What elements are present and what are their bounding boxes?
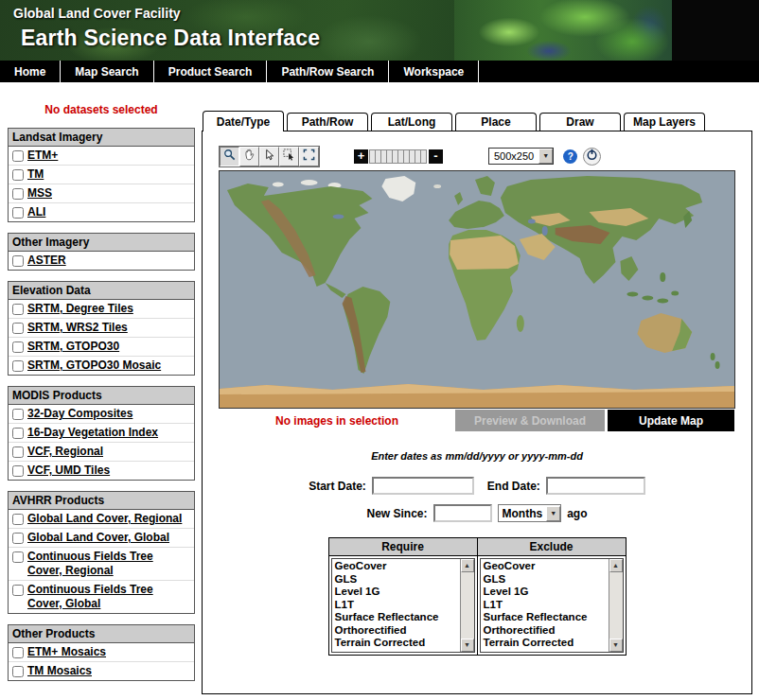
dataset-row: 32-Day Composites: [9, 405, 194, 423]
require-option[interactable]: Terrain Corrected: [332, 637, 460, 650]
scrollbar-track[interactable]: [461, 572, 474, 639]
tab-date-type[interactable]: Date/Type: [203, 111, 284, 131]
dataset-link[interactable]: MSS: [27, 186, 52, 201]
dataset-link[interactable]: VCF, Regional: [27, 445, 103, 459]
require-listbox[interactable]: GeoCover GLS Level 1G L1T Surface Reflec…: [331, 558, 475, 653]
chevron-down-icon[interactable]: ▼: [538, 149, 553, 164]
scroll-up-icon[interactable]: ▲: [461, 559, 474, 572]
dataset-link[interactable]: VCF, UMD Tiles: [27, 464, 110, 478]
dataset-link[interactable]: SRTM, GTOPO30 Mosaic: [27, 359, 161, 373]
dataset-checkbox[interactable]: [12, 514, 24, 525]
dataset-checkbox[interactable]: [12, 465, 24, 477]
dataset-checkbox[interactable]: [12, 666, 24, 677]
tab-lat-long[interactable]: Lat/Long: [371, 113, 452, 131]
pan-tool-button[interactable]: [239, 147, 259, 166]
dataset-checkbox[interactable]: [12, 341, 24, 353]
nav-item-product-search[interactable]: Product Search: [154, 61, 268, 82]
dataset-link[interactable]: SRTM, WRS2 Tiles: [27, 321, 128, 335]
chevron-down-icon[interactable]: ▼: [546, 506, 560, 521]
scrollbar-track[interactable]: [609, 572, 623, 639]
zoom-level-control: + -: [354, 149, 443, 164]
zoom-in-button[interactable]: +: [354, 149, 368, 164]
zoom-tool-button[interactable]: [220, 147, 239, 166]
nav-item-map-search[interactable]: Map Search: [61, 61, 153, 82]
dataset-checkbox[interactable]: [12, 188, 24, 200]
dataset-link[interactable]: 16-Day Vegetation Index: [27, 426, 158, 440]
zoom-out-button[interactable]: -: [429, 149, 443, 164]
dataset-link[interactable]: Continuous Fields Tree Cover, Regional: [27, 550, 183, 578]
require-option[interactable]: Surface Reflectance: [332, 611, 460, 624]
update-map-button[interactable]: Update Map: [608, 410, 734, 431]
exclude-scrollbar[interactable]: ▲ ▼: [609, 559, 623, 652]
dataset-link[interactable]: SRTM, Degree Tiles: [27, 302, 133, 316]
world-map[interactable]: [219, 170, 735, 409]
dataset-checkbox[interactable]: [12, 446, 24, 458]
pointer-tool-button[interactable]: [259, 147, 279, 166]
end-date-input[interactable]: [546, 477, 645, 495]
dataset-link[interactable]: ETM+: [27, 149, 58, 163]
exclude-option[interactable]: L1T: [481, 599, 609, 612]
tab-draw[interactable]: Draw: [539, 113, 621, 131]
section-avhrr-products: AVHRR Products Global Land Cover, Region…: [8, 491, 195, 614]
nav-item-pathrow-search[interactable]: Path/Row Search: [267, 61, 389, 82]
dataset-checkbox[interactable]: [12, 551, 24, 563]
dataset-row: SRTM, Degree Tiles: [9, 300, 194, 318]
scroll-up-icon[interactable]: ▲: [609, 559, 623, 572]
dataset-checkbox[interactable]: [12, 304, 24, 315]
exclude-option[interactable]: Level 1G: [481, 586, 609, 599]
dataset-row: ALI: [9, 202, 194, 221]
dataset-checkbox[interactable]: [12, 585, 24, 596]
dataset-checkbox[interactable]: [12, 533, 24, 544]
exclude-listbox[interactable]: GeoCover GLS Level 1G L1T Surface Reflec…: [480, 558, 624, 653]
new-since-input[interactable]: [433, 504, 492, 522]
dataset-checkbox[interactable]: [12, 647, 24, 658]
full-extent-tool-button[interactable]: [299, 147, 319, 166]
dataset-checkbox[interactable]: [12, 323, 24, 334]
dataset-checkbox[interactable]: [12, 428, 24, 439]
exclude-option[interactable]: GLS: [481, 573, 609, 586]
start-date-input[interactable]: [372, 477, 474, 495]
dataset-checkbox[interactable]: [12, 169, 24, 181]
dataset-link[interactable]: TM: [27, 167, 44, 182]
exclude-option[interactable]: GeoCover: [481, 560, 609, 573]
tab-map-layers[interactable]: Map Layers: [624, 113, 705, 131]
dataset-checkbox[interactable]: [12, 255, 24, 267]
dataset-link[interactable]: Global Land Cover, Regional: [27, 512, 182, 526]
dataset-link[interactable]: 32-Day Composites: [27, 407, 132, 421]
require-option[interactable]: Level 1G: [332, 586, 460, 599]
tab-path-row[interactable]: Path/Row: [287, 113, 368, 131]
power-button[interactable]: [583, 148, 601, 166]
require-scrollbar[interactable]: ▲ ▼: [460, 559, 474, 652]
require-option[interactable]: GLS: [332, 573, 460, 586]
exclude-option[interactable]: Orthorectified: [481, 624, 609, 638]
dataset-checkbox[interactable]: [12, 409, 24, 420]
exclude-option[interactable]: Surface Reflectance: [481, 611, 609, 624]
dataset-link[interactable]: TM Mosaics: [27, 664, 92, 678]
select-tool-button[interactable]: [279, 147, 299, 166]
dataset-link[interactable]: ETM+ Mosaics: [27, 645, 106, 659]
exclude-header: Exclude: [477, 538, 626, 556]
dataset-checkbox[interactable]: [12, 360, 24, 372]
nav-item-home[interactable]: Home: [0, 61, 61, 82]
exclude-option[interactable]: Terrain Corrected: [481, 637, 609, 650]
dataset-checkbox[interactable]: [12, 207, 24, 219]
require-option[interactable]: L1T: [332, 599, 460, 612]
map-size-select[interactable]: 500x250 ▼: [488, 148, 554, 165]
tab-place[interactable]: Place: [455, 113, 537, 131]
dataset-row: Global Land Cover, Regional: [9, 510, 194, 528]
dataset-checkbox[interactable]: [12, 150, 24, 162]
require-option[interactable]: Orthorectified: [332, 624, 460, 638]
time-unit-select[interactable]: Months ▼: [498, 504, 562, 522]
dataset-link[interactable]: ASTER: [27, 254, 66, 268]
preview-download-button[interactable]: Preview & Download: [455, 410, 605, 431]
dataset-link[interactable]: Continuous Fields Tree Cover, Global: [27, 583, 183, 611]
scroll-down-icon[interactable]: ▼: [609, 639, 623, 652]
zoom-level-bar[interactable]: [420, 149, 427, 164]
nav-item-workspace[interactable]: Workspace: [389, 61, 479, 82]
dataset-link[interactable]: SRTM, GTOPO30: [27, 340, 119, 354]
scroll-down-icon[interactable]: ▼: [461, 639, 474, 652]
require-option[interactable]: GeoCover: [332, 560, 460, 573]
help-button[interactable]: ?: [563, 149, 577, 164]
dataset-link[interactable]: Global Land Cover, Global: [27, 531, 169, 545]
dataset-link[interactable]: ALI: [27, 205, 45, 219]
